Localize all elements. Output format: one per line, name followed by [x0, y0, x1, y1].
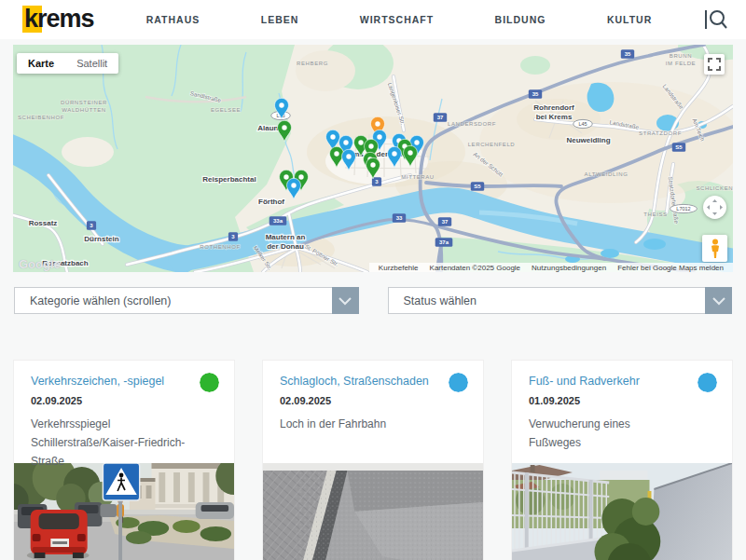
site-header: krems RATHAUS LEBEN WIRTSCHAFT BILDUNG K…	[0, 0, 746, 39]
route-shield: 35	[529, 89, 542, 99]
search-button[interactable]	[699, 7, 731, 32]
svg-text:S5: S5	[474, 184, 481, 189]
map-label: LANDERSDORF	[448, 121, 496, 127]
card-date: 01.09.2025	[529, 395, 715, 406]
card-body: Schlagloch, Straßenschaden 02.09.2025 Lo…	[263, 361, 483, 463]
map-label: BRUNN	[670, 53, 692, 59]
main-nav: RATHAUS LEBEN WIRTSCHAFT BILDUNG KULTUR	[116, 14, 683, 25]
card-date: 02.09.2025	[31, 395, 217, 406]
map-label: SCHEIBENHOF	[18, 115, 64, 120]
category-select-label: Kategorie wählen (scrollen)	[15, 294, 332, 307]
card-photo[interactable]	[263, 463, 483, 560]
card-title[interactable]: Schlagloch, Straßenschaden	[280, 375, 440, 388]
svg-text:L45: L45	[578, 121, 587, 127]
status-select-chevron[interactable]	[705, 287, 732, 314]
route-shield: 37a	[435, 238, 453, 247]
svg-text:33: 33	[396, 215, 403, 221]
route-shield: L45	[573, 119, 593, 128]
status-select[interactable]: Status wählen	[388, 287, 733, 314]
attribution-shortcuts[interactable]: Kurzbefehle	[379, 264, 419, 272]
map-label: WALDHÜTTEN	[62, 107, 105, 113]
card-photo[interactable]	[512, 463, 732, 560]
map[interactable]: SandlstraßeLangenloiser Str.LandstraßeLa…	[13, 45, 733, 272]
svg-text:37: 37	[437, 115, 444, 120]
svg-text:37a: 37a	[439, 239, 449, 245]
map-attribution: Kurzbefehle Kartendaten ©2025 Google Nut…	[369, 263, 733, 272]
card-title[interactable]: Fuß- und Radverkehr	[529, 375, 689, 388]
route-shield: 35	[621, 49, 634, 59]
map-type-karte[interactable]: Karte	[17, 58, 65, 69]
route-shield: 3	[87, 221, 96, 230]
category-select[interactable]: Kategorie wählen (scrollen)	[14, 287, 359, 314]
nav-rathaus[interactable]: RATHAUS	[146, 14, 200, 25]
route-shield: 33	[393, 213, 406, 223]
attribution-report[interactable]: Fehler bei Google Maps melden	[617, 264, 724, 272]
chevron-down-icon	[711, 296, 726, 306]
map-label: THEISS	[643, 212, 667, 217]
route-shield: S5	[471, 182, 484, 191]
map-label: Rohrendorf	[533, 103, 574, 112]
nav-wirtschaft[interactable]: WIRTSCHAFT	[360, 14, 434, 25]
map-label: Reisperbachtal	[202, 175, 256, 184]
map-label: REHBERG	[297, 61, 328, 66]
nav-leben[interactable]: LEBEN	[261, 14, 299, 25]
filter-row: Kategorie wählen (scrollen) Status wähle…	[14, 287, 732, 314]
route-shield: 37	[434, 113, 447, 122]
report-card[interactable]: Schlagloch, Straßenschaden 02.09.2025 Lo…	[262, 360, 484, 560]
map-label: LERCHENFELD	[468, 142, 516, 147]
card-description: Verkehrsspiegel Schillerstraße/Kaiser-Fr…	[31, 415, 187, 471]
card-description: Verwucherung eines Fußweges	[529, 415, 685, 452]
map-label: DÜRNSTEINER	[61, 100, 107, 105]
map-type-control: Karte Satellit	[17, 53, 118, 74]
map-label: IM FELDE	[666, 61, 696, 66]
map-label: EGELSEE	[211, 107, 241, 113]
chevron-down-icon	[338, 296, 352, 306]
route-shield: 3	[228, 232, 238, 241]
card-body: Verkehrszeichen, -spiegel 02.09.2025 Ver…	[14, 361, 234, 463]
attribution-data: Kartendaten ©2025 Google	[430, 264, 521, 272]
svg-text:35: 35	[532, 91, 539, 97]
fullscreen-button[interactable]	[704, 54, 725, 75]
map-type-satellit[interactable]: Satellit	[65, 58, 118, 69]
svg-text:S5: S5	[675, 144, 683, 150]
status-badge	[200, 373, 219, 392]
pegman-control[interactable]	[702, 235, 727, 262]
card-description: Loch in der Fahrbahn	[280, 415, 436, 433]
svg-text:L7012: L7012	[676, 206, 690, 212]
card-photo[interactable]	[14, 463, 234, 560]
nav-bildung[interactable]: BILDUNG	[495, 14, 546, 25]
search-icon	[699, 7, 731, 32]
report-card[interactable]: Fuß- und Radverkehr 01.09.2025 Verwucher…	[511, 360, 733, 560]
map-label: ROTHENHOF	[200, 244, 240, 250]
map-label: bei Krems	[536, 113, 573, 121]
report-card[interactable]: Verkehrszeichen, -spiegel 02.09.2025 Ver…	[13, 360, 235, 560]
pegman-icon	[709, 239, 722, 259]
attribution-terms[interactable]: Nutzungsbedingungen	[532, 264, 606, 272]
status-badge	[449, 373, 468, 392]
route-shield: 33a	[269, 216, 287, 225]
pan-icon	[703, 196, 726, 219]
site-logo[interactable]: krems	[15, 4, 104, 35]
pan-control[interactable]	[703, 196, 726, 219]
svg-text:37: 37	[442, 219, 449, 225]
map-label: Rossatz	[29, 219, 58, 227]
card-title[interactable]: Verkehrszeichen, -spiegel	[31, 375, 191, 388]
fullscreen-icon	[708, 58, 721, 71]
report-cards: Verkehrszeichen, -spiegel 02.09.2025 Ver…	[13, 360, 733, 560]
svg-text:33a: 33a	[273, 218, 283, 224]
map-label: STRATZDORF	[639, 130, 682, 136]
route-shield: 37	[438, 217, 451, 226]
card-body: Fuß- und Radverkehr 01.09.2025 Verwucher…	[512, 361, 732, 463]
map-label: der Donau	[267, 242, 304, 251]
map-label: SCHLICKENDORF	[696, 185, 733, 191]
route-shield: S5	[672, 143, 685, 152]
google-logo[interactable]: Google	[19, 257, 61, 271]
nav-kultur[interactable]: KULTUR	[607, 14, 652, 25]
map-label: Neuweidling	[566, 136, 610, 144]
category-select-chevron[interactable]	[332, 287, 359, 314]
logo-text: krems	[24, 5, 94, 34]
map-label: MITTERAU	[401, 174, 434, 180]
svg-text:35: 35	[625, 51, 631, 57]
map-label: Mautern an	[266, 233, 306, 241]
map-label: Dürnstein	[84, 235, 118, 243]
